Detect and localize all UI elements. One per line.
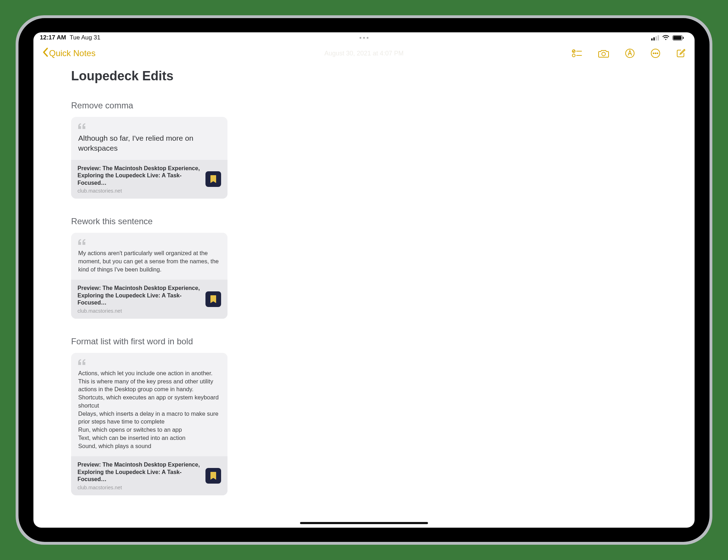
quote-icon [78,239,220,245]
link-title: Preview: The Macintosh Desktop Experienc… [77,461,200,483]
bookmark-icon [205,171,221,187]
cellular-icon [651,35,659,41]
link-domain: club.macstories.net [77,188,200,194]
note-content[interactable]: Loupedeck Edits Remove comma Although so… [33,64,695,528]
quote-icon [78,359,220,365]
link-domain: club.macstories.net [77,485,200,490]
battery-icon [673,35,684,41]
quote-icon [78,123,220,129]
svg-point-10 [653,53,654,54]
screen: 12:17 AM Tue Aug 31 [33,32,695,528]
markup-icon[interactable] [625,48,635,58]
more-icon[interactable] [651,48,660,58]
status-date: Tue Aug 31 [70,34,100,41]
bookmark-icon [205,291,221,307]
bookmark-icon [205,468,221,484]
camera-icon[interactable] [598,49,609,58]
section-heading: Format list with first word in bold [71,336,657,346]
link-strip[interactable]: Preview: The Macintosh Desktop Experienc… [71,280,228,318]
svg-point-11 [655,53,656,54]
link-title: Preview: The Macintosh Desktop Experienc… [77,285,200,306]
note-title: Loupedeck Edits [71,69,657,84]
home-indicator[interactable] [300,522,428,524]
section-heading: Remove comma [71,101,657,111]
note-modified-date: August 30, 2021 at 4:07 PM [324,50,403,57]
link-strip[interactable]: Preview: The Macintosh Desktop Experienc… [71,456,228,495]
section-heading: Rework this sentence [71,216,657,226]
svg-rect-2 [683,37,684,39]
link-card[interactable]: Although so far, I've relied more on wor… [71,117,228,199]
status-bar: 12:17 AM Tue Aug 31 [33,32,695,43]
quote-text: My actions aren't particularly well orga… [78,249,220,273]
ipad-frame: 12:17 AM Tue Aug 31 [16,15,712,545]
compose-icon[interactable] [676,48,686,58]
quote-text: Although so far, I've relied more on wor… [78,133,220,154]
note-section: Format list with first word in bold Acti… [71,336,657,495]
back-button[interactable]: Quick Notes [42,47,96,59]
note-section: Remove comma Although so far, I've relie… [71,101,657,199]
svg-point-12 [657,53,658,54]
link-card[interactable]: Actions, which let you include one actio… [71,353,228,495]
chevron-left-icon [42,47,48,59]
back-label: Quick Notes [49,48,96,58]
svg-point-4 [572,54,575,57]
link-card[interactable]: My actions aren't particularly well orga… [71,233,228,319]
svg-point-7 [602,52,605,56]
svg-rect-1 [673,36,681,40]
link-title: Preview: The Macintosh Desktop Experienc… [77,165,200,187]
status-time: 12:17 AM [40,34,66,41]
link-domain: club.macstories.net [77,308,200,314]
ipad-bezel: 12:17 AM Tue Aug 31 [18,18,710,542]
checklist-icon[interactable] [572,49,582,58]
quote-text: Actions, which let you include one actio… [78,369,220,450]
nav-bar: Quick Notes August 30, 2021 at 4:07 PM [33,43,695,64]
note-section: Rework this sentence My actions aren't p… [71,216,657,319]
link-strip[interactable]: Preview: The Macintosh Desktop Experienc… [71,160,228,199]
multitask-dots[interactable] [360,37,369,39]
wifi-icon [662,35,670,41]
